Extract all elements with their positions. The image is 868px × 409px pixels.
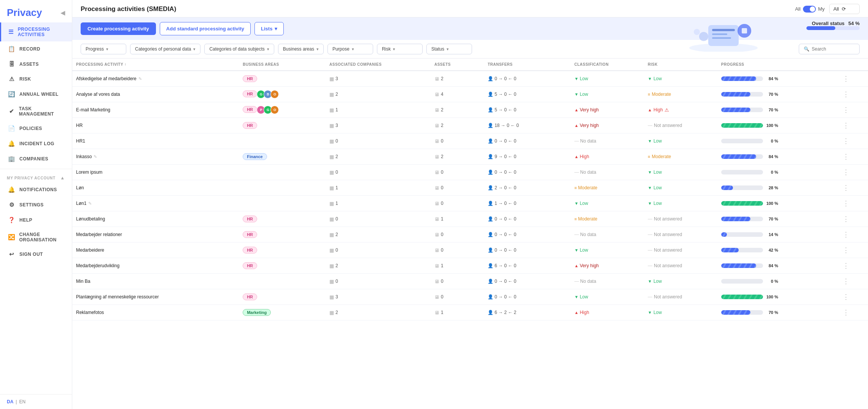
activity-name[interactable]: Løn1 ✎ <box>76 201 235 206</box>
companies-count: ▦ 0 <box>329 279 427 284</box>
activity-name[interactable]: Min Ba <box>76 279 235 284</box>
lang-en[interactable]: EN <box>19 399 25 404</box>
more-options-button[interactable]: ⋮ <box>841 309 851 316</box>
edit-icon[interactable]: ✎ <box>138 76 142 81</box>
sidebar-item-companies[interactable]: 🏢 COMPANIES <box>0 151 72 166</box>
more-options-button[interactable]: ⋮ <box>841 75 851 82</box>
processing-activities-table: PROCESSING ACTIVITY ↑ BUSINESS AREAS ASS… <box>72 59 868 320</box>
add-standard-processing-activity-button[interactable]: Add standard processing activity <box>160 22 251 35</box>
filter-progress[interactable]: Progress ▾ <box>81 44 126 54</box>
more-options-button[interactable]: ⋮ <box>841 262 851 269</box>
filter-categories-data-subjects[interactable]: Categories of data subjects ▾ <box>204 44 274 54</box>
sidebar-item-policies[interactable]: 📄 POLICIES <box>0 121 72 136</box>
sidebar-item-annual-wheel[interactable]: 🔄 ANNUAL WHEEL <box>0 87 72 102</box>
progress-cell: 84 % <box>717 71 837 87</box>
sidebar-item-assets[interactable]: 🗄 ASSETS <box>0 57 72 71</box>
sidebar-item-sign-out[interactable]: ↩ SIGN OUT <box>0 247 72 262</box>
assets-icon: 🖥 <box>434 123 439 128</box>
filter-risk-chevron-icon: ▾ <box>393 47 395 52</box>
more-options-button[interactable]: ⋮ <box>841 231 851 238</box>
business-area-tag[interactable]: HR <box>243 216 257 222</box>
sidebar-item-task-management[interactable]: ✔ TASK MANAGEMENT <box>0 102 72 121</box>
table-header: PROCESSING ACTIVITY ↑ BUSINESS AREAS ASS… <box>72 59 868 71</box>
more-options-button[interactable]: ⋮ <box>841 215 851 223</box>
business-area-tag[interactable]: HR <box>243 90 257 97</box>
sidebar-item-help[interactable]: ❓ HELP <box>0 212 72 228</box>
activity-name[interactable]: Reklamefotos <box>76 310 235 315</box>
search-box[interactable]: 🔍 <box>799 44 860 54</box>
sidebar-item-processing-activities[interactable]: ☰ PROCESSING ACTIVITIES <box>0 22 72 41</box>
edit-icon[interactable]: ✎ <box>94 154 97 159</box>
companies-count: ▦ 0 <box>329 216 427 222</box>
business-areas-cell: HR <box>239 71 326 87</box>
business-area-tag[interactable]: HR <box>243 75 257 82</box>
business-area-tag[interactable]: HR <box>243 293 257 300</box>
lists-button[interactable]: Lists ▾ <box>254 22 284 35</box>
more-options-button[interactable]: ⋮ <box>841 90 851 98</box>
filter-categories-personal-data[interactable]: Categories of personal data ▾ <box>130 44 200 54</box>
sidebar-item-change-organisation[interactable]: 🔀 CHANGE ORGANISATION <box>0 228 72 247</box>
col-header-processing-activity[interactable]: PROCESSING ACTIVITY ↑ <box>72 59 239 71</box>
assets-icon: 🖥 <box>434 76 439 82</box>
sidebar-item-notifications[interactable]: 🔔 NOTIFICATIONS <box>0 182 72 197</box>
activity-name[interactable]: E-mail Marketing <box>76 107 235 113</box>
activity-name[interactable]: Medarbejderudvikling <box>76 263 235 268</box>
business-area-tag[interactable]: HR <box>243 122 257 129</box>
more-options-button[interactable]: ⋮ <box>841 106 851 114</box>
filter-business-areas[interactable]: Business areas ▾ <box>278 44 324 54</box>
risk-dash-icon: — <box>648 247 652 253</box>
more-options-button[interactable]: ⋮ <box>841 153 851 160</box>
sidebar-item-label: POLICIES <box>19 126 42 131</box>
top-select[interactable]: All ⟳ <box>829 4 860 14</box>
section-chevron-icon[interactable]: ▲ <box>60 175 65 181</box>
more-options-button[interactable]: ⋮ <box>841 168 851 176</box>
risk-value: ▼ Low <box>648 170 714 175</box>
progress-cell: 100 % <box>717 196 837 211</box>
all-my-toggle[interactable] <box>803 6 816 13</box>
risk-cell: ▼ Low <box>644 196 717 211</box>
activity-name[interactable]: Løn <box>76 185 235 190</box>
business-area-tag[interactable]: HR <box>243 247 257 254</box>
activity-name[interactable]: Inkasso ✎ <box>76 154 235 159</box>
sidebar-item-settings[interactable]: ⚙ SETTINGS <box>0 197 72 212</box>
business-area-tag[interactable]: Marketing <box>243 309 271 316</box>
companies-count: ▦ 3 <box>329 76 427 82</box>
transfers-cell: 👤 0 → 0 ← 0 <box>484 211 571 227</box>
sidebar-item-incident-log[interactable]: 🔔 INCIDENT LOG <box>0 136 72 151</box>
more-options-button[interactable]: ⋮ <box>841 122 851 129</box>
more-options-button[interactable]: ⋮ <box>841 293 851 301</box>
classification-cell: — No data <box>571 274 644 289</box>
more-options-button[interactable]: ⋮ <box>841 277 851 285</box>
business-area-tag[interactable]: HR <box>243 231 257 238</box>
activity-name[interactable]: Medarbejder relationer <box>76 232 235 237</box>
assets-icon: 🖥 <box>434 185 439 191</box>
search-input[interactable] <box>812 46 850 52</box>
filter-status[interactable]: Status ▾ <box>426 44 472 54</box>
edit-icon[interactable]: ✎ <box>88 201 92 206</box>
more-options-button[interactable]: ⋮ <box>841 200 851 207</box>
activity-name[interactable]: Medarbeidere <box>76 247 235 253</box>
more-options-button[interactable]: ⋮ <box>841 246 851 254</box>
activity-name[interactable]: Analyse af vores data <box>76 92 235 97</box>
business-area-tag[interactable]: Finance <box>243 153 267 160</box>
classification-value: ▼ Low <box>574 92 588 97</box>
activity-name[interactable]: HR1 <box>76 138 235 144</box>
more-options-button[interactable]: ⋮ <box>841 137 851 145</box>
filter-risk[interactable]: Risk ▾ <box>377 44 423 54</box>
lang-da[interactable]: DA <box>7 399 13 404</box>
collapse-button[interactable]: ◀ <box>60 9 65 16</box>
filter-purpose[interactable]: Purpose ▾ <box>327 44 373 54</box>
business-area-tag[interactable]: HR <box>243 262 257 269</box>
business-area-tag[interactable]: HR <box>243 106 257 113</box>
activity-name[interactable]: Planlægning af menneskelige ressourcer <box>76 294 235 300</box>
more-options-button[interactable]: ⋮ <box>841 184 851 192</box>
companies-count: ▦ 1 <box>329 201 427 206</box>
activity-name[interactable]: Lønudbetaling <box>76 216 235 222</box>
activity-name[interactable]: Lorem ipsum <box>76 170 235 175</box>
sidebar-item-label: SIGN OUT <box>19 252 43 257</box>
activity-name[interactable]: HR <box>76 123 235 128</box>
activity-name[interactable]: Afskedigelse af medarbeidere ✎ <box>76 76 235 81</box>
sidebar-item-record[interactable]: 📋 RECORD <box>0 41 72 57</box>
sidebar-item-risk[interactable]: ⚠ RISK <box>0 71 72 87</box>
create-processing-activity-button[interactable]: Create processing activity <box>81 22 156 35</box>
